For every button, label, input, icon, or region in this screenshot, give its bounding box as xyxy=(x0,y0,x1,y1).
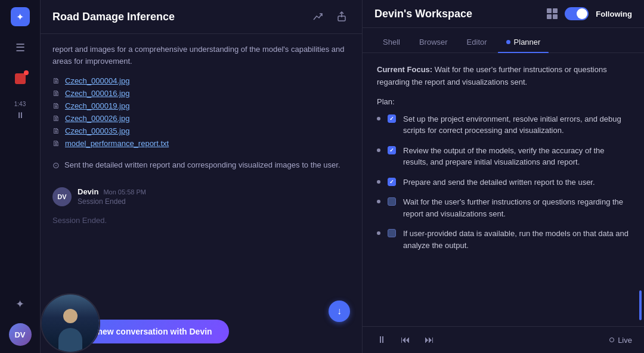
planner-wrapper: Current Focus: Wait for the user's furth… xyxy=(363,53,644,326)
bullet-3 xyxy=(377,180,380,184)
file-icon: 🗎 xyxy=(52,126,60,135)
skip-forward-button[interactable]: ⏭ xyxy=(422,333,436,347)
live-dot xyxy=(609,337,614,342)
scroll-indicator xyxy=(639,290,642,320)
tab-editor[interactable]: Editor xyxy=(459,34,496,52)
session-ended-label: Session Ended. xyxy=(52,211,350,227)
message-content: Devin Mon 05:58 PM Session Ended xyxy=(78,187,146,206)
list-item[interactable]: 🗎 Czech_000035.jpg xyxy=(52,126,350,135)
file-link[interactable]: Czech_000035.jpg xyxy=(65,126,129,135)
grid-icon[interactable] xyxy=(547,8,558,19)
page-title: Road Damage Inference xyxy=(52,11,175,23)
checkbox-5[interactable] xyxy=(388,229,396,237)
following-label: Following xyxy=(596,10,632,18)
sidebar: ✦ ☰ 1:43 ⏸ ✦ DV xyxy=(0,0,41,353)
file-icon: 🗎 xyxy=(52,139,60,148)
workspace-panel: Devin's Workspace Following Shell Browse… xyxy=(363,0,644,353)
pause-button[interactable]: ⏸ xyxy=(374,333,389,347)
file-list: 🗎 Czech_000004.jpg 🗎 Czech_000016.jpg 🗎 … xyxy=(52,76,350,148)
file-icon: 🗎 xyxy=(52,114,60,123)
chat-panel: Road Damage Inference report and images … xyxy=(41,0,363,353)
sparkle-icon[interactable]: ✦ xyxy=(11,295,30,314)
file-link[interactable]: Czech_000016.jpg xyxy=(65,89,129,98)
current-focus-text: Current Focus: Wait for the user's furth… xyxy=(377,64,630,89)
following-toggle[interactable] xyxy=(565,7,589,20)
list-item: ✓ Prepare and send the detailed written … xyxy=(377,176,630,188)
file-link[interactable]: Czech_000026.jpg xyxy=(65,114,129,123)
user-avatar-sidebar[interactable]: DV xyxy=(9,323,32,346)
sent-status-text: Sent the detailed written report and cor… xyxy=(64,160,340,171)
check-circle-icon: ⊙ xyxy=(52,160,60,170)
bullet-5 xyxy=(377,231,380,235)
logo-icon[interactable]: ✦ xyxy=(11,7,30,26)
workspace-header: Devin's Workspace Following xyxy=(363,0,644,28)
list-item[interactable]: 🗎 Czech_000019.jpg xyxy=(52,101,350,110)
chat-bottom: ↓ Start a new conversation with Devin xyxy=(41,312,362,353)
plan-item-text-2: Review the output of the models, verify … xyxy=(403,145,630,168)
checkbox-4[interactable] xyxy=(388,197,396,206)
workspace-controls: ⏸ ⏮ ⏭ Live xyxy=(363,326,644,353)
file-icon: 🗎 xyxy=(52,76,60,85)
share-icon[interactable] xyxy=(333,8,350,25)
list-item: ✓ Review the output of the models, verif… xyxy=(377,145,630,168)
planner-content: Current Focus: Wait for the user's furth… xyxy=(363,53,644,326)
scroll-down-button[interactable]: ↓ xyxy=(329,301,350,322)
notification-icon[interactable] xyxy=(11,69,30,88)
list-item[interactable]: 🗎 Czech_000026.jpg xyxy=(52,114,350,123)
list-icon[interactable]: ☰ xyxy=(11,38,30,57)
list-item: If user-provided data is available, run … xyxy=(377,228,630,251)
workspace-tabs: Shell Browser Editor Planner xyxy=(363,28,644,53)
file-link[interactable]: Czech_000019.jpg xyxy=(65,101,129,110)
file-icon: 🗎 xyxy=(52,101,60,110)
avatar: DV xyxy=(52,187,72,206)
checkbox-2[interactable]: ✓ xyxy=(388,146,396,154)
tab-browser[interactable]: Browser xyxy=(411,34,456,52)
list-item[interactable]: 🗎 model_performance_report.txt xyxy=(52,139,350,148)
live-indicator: Live xyxy=(609,336,632,345)
message-meta: Devin Mon 05:58 PM xyxy=(78,187,146,196)
list-item[interactable]: 🗎 Czech_000016.jpg xyxy=(52,89,350,98)
plan-item-text-5: If user-provided data is available, run … xyxy=(403,228,630,251)
workspace-title: Devin's Workspace xyxy=(374,8,472,20)
bullet-1 xyxy=(377,117,380,120)
checkbox-3[interactable]: ✓ xyxy=(388,178,396,186)
plan-item-text-1: Set up the project environment, resolve … xyxy=(403,113,630,137)
tab-shell[interactable]: Shell xyxy=(374,34,408,52)
file-link[interactable]: model_performance_report.txt xyxy=(65,139,169,148)
message-name: Devin xyxy=(78,187,98,196)
tab-active-dot xyxy=(506,40,510,44)
header-actions xyxy=(309,8,350,25)
message-row: DV Devin Mon 05:58 PM Session Ended xyxy=(52,187,350,206)
user-video-thumbnail xyxy=(41,293,100,353)
live-text: Live xyxy=(618,336,632,345)
file-icon: 🗎 xyxy=(52,89,60,98)
session-ended-badge: Session Ended xyxy=(78,197,146,206)
message-time: Mon 05:58 PM xyxy=(103,188,146,196)
skip-back-button[interactable]: ⏮ xyxy=(398,333,413,347)
chat-header: Road Damage Inference xyxy=(41,0,362,34)
plan-item-text-4: Wait for the user's further instructions… xyxy=(403,196,630,219)
plan-item-text-3: Prepare and send the detailed written re… xyxy=(403,176,595,188)
sent-status: ⊙ Sent the detailed written report and c… xyxy=(52,160,350,171)
bullet-2 xyxy=(377,148,380,152)
tab-planner[interactable]: Planner xyxy=(498,34,549,52)
time-display: 1:43 ⏸ xyxy=(14,100,26,120)
workspace-header-right: Following xyxy=(547,7,632,20)
checkbox-1[interactable]: ✓ xyxy=(388,114,396,123)
file-link[interactable]: Czech_000004.jpg xyxy=(65,76,129,85)
description-text: report and images for a comprehensive un… xyxy=(52,44,350,67)
chart-icon[interactable] xyxy=(309,8,326,25)
chat-content: report and images for a comprehensive un… xyxy=(41,34,362,312)
plan-items: ✓ Set up the project environment, resolv… xyxy=(377,113,630,252)
list-item[interactable]: 🗎 Czech_000004.jpg xyxy=(52,76,350,85)
list-item: Wait for the user's further instructions… xyxy=(377,196,630,219)
bullet-4 xyxy=(377,200,380,203)
plan-label: Plan: xyxy=(377,97,630,106)
list-item: ✓ Set up the project environment, resolv… xyxy=(377,113,630,137)
